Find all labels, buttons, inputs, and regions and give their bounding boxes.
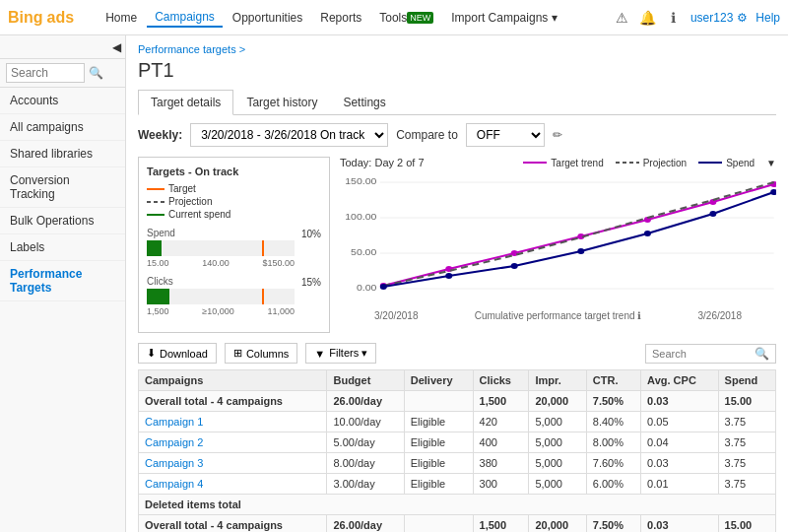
filters-button[interactable]: ▼ Filters ▾ bbox=[305, 343, 376, 364]
footer-total-budget: 26.00/day bbox=[327, 515, 404, 533]
nav-tools[interactable]: ToolsNEW bbox=[371, 9, 441, 27]
filters-row: Weekly: 3/20/2018 - 3/26/2018 On track C… bbox=[138, 123, 776, 147]
total-delivery bbox=[404, 391, 473, 412]
info-icon[interactable]: ℹ bbox=[665, 9, 683, 27]
download-button[interactable]: ⬇ Download bbox=[138, 343, 217, 364]
total-avg-cpc: 0.03 bbox=[641, 391, 718, 412]
dropdown-icon[interactable]: ▼ bbox=[766, 158, 776, 168]
table-row: Campaign 1 10.00/day Eligible 420 5,000 … bbox=[139, 412, 776, 432]
legend-spend-trend: Spend bbox=[698, 158, 755, 168]
user-info[interactable]: user123 ⚙ bbox=[690, 11, 748, 25]
table-search-input[interactable] bbox=[652, 348, 751, 360]
chart-legend: Target trend Projection Spend ▼ bbox=[523, 158, 776, 168]
tab-target-history[interactable]: Target history bbox=[233, 90, 330, 114]
table-search-icon[interactable]: 🔍 bbox=[755, 347, 769, 361]
campaign-2-link[interactable]: Campaign 2 bbox=[145, 436, 203, 448]
svg-point-18 bbox=[380, 284, 387, 290]
table-footer-total-row: Overall total - 4 campaigns 26.00/day 1,… bbox=[139, 515, 776, 533]
search-input[interactable] bbox=[6, 63, 85, 83]
filters-label: Filters ▾ bbox=[329, 347, 367, 360]
tab-target-details[interactable]: Target details bbox=[138, 90, 233, 115]
total-label: Overall total - 4 campaigns bbox=[139, 391, 327, 412]
search-icon[interactable]: 🔍 bbox=[89, 66, 103, 80]
sidebar-item-labels[interactable]: Labels bbox=[0, 234, 125, 261]
campaign-4-clicks: 300 bbox=[473, 474, 529, 495]
table-row: Campaign 3 8.00/day Eligible 380 5,000 7… bbox=[139, 453, 776, 474]
sidebar-toggle[interactable]: ◀ bbox=[0, 35, 125, 59]
col-campaigns[interactable]: Campaigns bbox=[139, 370, 327, 391]
sidebar-item-accounts[interactable]: Accounts bbox=[0, 88, 125, 114]
campaign-4-impr: 5,000 bbox=[529, 474, 586, 495]
nav-campaigns[interactable]: Campaigns bbox=[147, 8, 223, 28]
legend-projection-label: Projection bbox=[643, 158, 687, 168]
chart-day-label: Today: Day 2 of 7 bbox=[340, 157, 425, 168]
svg-point-19 bbox=[445, 273, 452, 279]
columns-button[interactable]: ⊞ Columns bbox=[225, 343, 297, 364]
campaign-1-clicks: 420 bbox=[473, 412, 529, 432]
col-ctr[interactable]: CTR. bbox=[586, 370, 640, 391]
compare-label: Compare to bbox=[396, 128, 458, 142]
spend-bar-fill bbox=[147, 240, 162, 256]
total-clicks: 1,500 bbox=[473, 391, 529, 412]
campaign-3-link[interactable]: Campaign 3 bbox=[145, 457, 203, 469]
campaign-2-delivery: Eligible bbox=[404, 432, 473, 453]
col-budget[interactable]: Budget bbox=[327, 370, 404, 391]
nav-opportunities[interactable]: Opportunities bbox=[225, 9, 310, 27]
spend-bar-container bbox=[147, 240, 295, 256]
nav-home[interactable]: Home bbox=[98, 9, 145, 27]
settings-icon: ⚙ bbox=[737, 11, 748, 25]
clicks-bar-container bbox=[147, 289, 295, 304]
data-table: Campaigns Budget Delivery Clicks Impr. C… bbox=[138, 369, 776, 532]
campaign-1-link[interactable]: Campaign 1 bbox=[145, 416, 203, 428]
campaign-2-spend: 3.75 bbox=[718, 432, 775, 453]
col-spend[interactable]: Spend bbox=[718, 370, 775, 391]
top-navigation: Bing ads Home Campaigns Opportunities Re… bbox=[0, 0, 788, 35]
clicks-bar-row: Clicks 15% 1,500 ≥10,000 11,000 bbox=[147, 276, 321, 316]
campaign-4-link[interactable]: Campaign 4 bbox=[145, 478, 203, 490]
svg-point-20 bbox=[511, 263, 518, 269]
svg-text:150.00: 150.00 bbox=[345, 176, 377, 186]
svg-text:0.00: 0.00 bbox=[357, 283, 377, 293]
compare-select[interactable]: OFF bbox=[466, 123, 545, 147]
spend-pct: 10% bbox=[301, 229, 321, 239]
help-link[interactable]: Help bbox=[755, 11, 780, 25]
date-range-select[interactable]: 3/20/2018 - 3/26/2018 On track bbox=[190, 123, 388, 147]
bell-icon[interactable]: 🔔 bbox=[639, 9, 657, 27]
tab-settings[interactable]: Settings bbox=[330, 90, 398, 114]
campaign-1-ctr: 8.40% bbox=[586, 412, 640, 432]
campaign-3-avg-cpc: 0.03 bbox=[641, 453, 718, 474]
breadcrumb[interactable]: Performance targets > bbox=[138, 43, 776, 55]
legend-target-trend: Target trend bbox=[523, 158, 603, 168]
col-impr[interactable]: Impr. bbox=[529, 370, 586, 391]
col-delivery[interactable]: Delivery bbox=[404, 370, 473, 391]
col-avg-cpc[interactable]: Avg. CPC bbox=[641, 370, 718, 391]
total-impr: 20,000 bbox=[529, 391, 586, 412]
spend-trend-line-icon bbox=[698, 159, 722, 166]
ads-text: ads bbox=[47, 9, 75, 27]
sidebar-search-area: 🔍 bbox=[0, 59, 125, 88]
edit-icon[interactable]: ✏ bbox=[553, 128, 562, 142]
mini-chart: Targets - On track Target Projection bbox=[138, 157, 330, 333]
sidebar-item-conversion-tracking[interactable]: Conversion Tracking bbox=[0, 167, 125, 208]
sidebar-item-all-campaigns[interactable]: All campaigns bbox=[0, 114, 125, 141]
svg-point-24 bbox=[770, 189, 776, 195]
sidebar-item-bulk-operations[interactable]: Bulk Operations bbox=[0, 208, 125, 234]
bing-text: Bing bbox=[8, 9, 43, 27]
mini-chart-title: Targets - On track bbox=[147, 166, 321, 177]
sidebar-item-shared-libraries[interactable]: Shared libraries bbox=[0, 141, 125, 167]
sidebar-item-performance-targets[interactable]: Performance Targets bbox=[0, 261, 125, 301]
campaign-1-spend: 3.75 bbox=[718, 412, 775, 432]
main-chart: Today: Day 2 of 7 Target trend Projectio… bbox=[340, 157, 776, 333]
download-label: Download bbox=[160, 348, 208, 360]
alert-icon[interactable]: ⚠ bbox=[614, 9, 631, 27]
legend-projection: Projection bbox=[147, 196, 230, 207]
footer-total-impr: 20,000 bbox=[529, 515, 586, 533]
spend-label: Spend bbox=[147, 228, 175, 238]
col-clicks[interactable]: Clicks bbox=[473, 370, 529, 391]
nav-import[interactable]: Import Campaigns ▾ bbox=[443, 9, 564, 27]
nav-reports[interactable]: Reports bbox=[312, 9, 369, 27]
columns-icon: ⊞ bbox=[233, 347, 242, 360]
spend-ticks: 15.00 140.00 $150.00 bbox=[147, 258, 295, 268]
legend-target-label: Target bbox=[168, 183, 196, 194]
sidebar: ◀ 🔍 Accounts All campaigns Shared librar… bbox=[0, 35, 126, 532]
